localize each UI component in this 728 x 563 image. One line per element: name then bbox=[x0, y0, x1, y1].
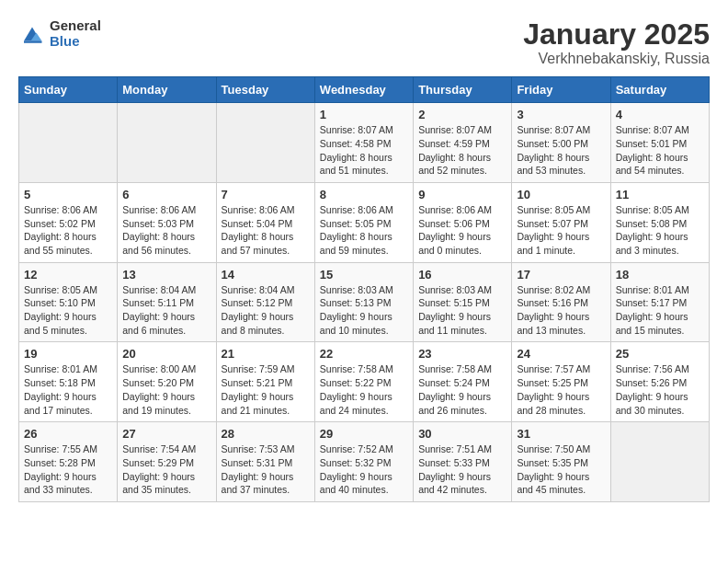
day-info: Sunrise: 7:53 AM Sunset: 5:31 PM Dayligh… bbox=[222, 442, 310, 497]
day-number: 5 bbox=[24, 188, 112, 201]
weekday-header: Monday bbox=[118, 77, 216, 103]
weekday-header: Saturday bbox=[610, 77, 709, 103]
day-number: 30 bbox=[418, 427, 506, 441]
calendar-cell: 8Sunrise: 8:06 AM Sunset: 5:05 PM Daylig… bbox=[314, 182, 413, 262]
calendar-cell bbox=[19, 103, 118, 183]
weekday-header: Sunday bbox=[19, 77, 118, 103]
day-number: 28 bbox=[222, 427, 310, 441]
day-number: 14 bbox=[222, 268, 310, 282]
calendar-cell: 18Sunrise: 8:01 AM Sunset: 5:17 PM Dayli… bbox=[610, 262, 709, 342]
day-number: 22 bbox=[320, 347, 408, 361]
calendar-cell bbox=[216, 103, 314, 183]
day-number: 13 bbox=[122, 268, 210, 282]
day-number: 17 bbox=[517, 268, 605, 282]
calendar-cell: 7Sunrise: 8:06 AM Sunset: 5:04 PM Daylig… bbox=[216, 182, 314, 262]
day-number: 31 bbox=[517, 427, 605, 441]
day-info: Sunrise: 7:58 AM Sunset: 5:22 PM Dayligh… bbox=[320, 362, 408, 417]
calendar-cell: 6Sunrise: 8:06 AM Sunset: 5:03 PM Daylig… bbox=[118, 182, 216, 262]
day-info: Sunrise: 7:52 AM Sunset: 5:32 PM Dayligh… bbox=[320, 442, 408, 497]
day-info: Sunrise: 8:04 AM Sunset: 5:11 PM Dayligh… bbox=[122, 283, 210, 338]
day-number: 2 bbox=[418, 108, 506, 121]
day-info: Sunrise: 8:06 AM Sunset: 5:04 PM Dayligh… bbox=[222, 203, 310, 258]
day-number: 15 bbox=[320, 268, 408, 282]
calendar-cell: 17Sunrise: 8:02 AM Sunset: 5:16 PM Dayli… bbox=[512, 262, 610, 342]
day-info: Sunrise: 8:05 AM Sunset: 5:08 PM Dayligh… bbox=[616, 203, 704, 258]
day-info: Sunrise: 7:58 AM Sunset: 5:24 PM Dayligh… bbox=[418, 362, 506, 417]
day-info: Sunrise: 8:05 AM Sunset: 5:07 PM Dayligh… bbox=[517, 203, 605, 258]
day-info: Sunrise: 8:06 AM Sunset: 5:03 PM Dayligh… bbox=[122, 203, 210, 258]
day-info: Sunrise: 8:01 AM Sunset: 5:17 PM Dayligh… bbox=[616, 283, 704, 338]
day-number: 11 bbox=[616, 188, 704, 201]
calendar-cell: 14Sunrise: 8:04 AM Sunset: 5:12 PM Dayli… bbox=[216, 262, 314, 342]
day-info: Sunrise: 8:06 AM Sunset: 5:02 PM Dayligh… bbox=[24, 203, 112, 258]
day-number: 25 bbox=[616, 347, 704, 361]
calendar-cell: 24Sunrise: 7:57 AM Sunset: 5:25 PM Dayli… bbox=[512, 342, 610, 422]
weekday-header: Wednesday bbox=[314, 77, 413, 103]
calendar-cell: 22Sunrise: 7:58 AM Sunset: 5:22 PM Dayli… bbox=[314, 342, 413, 422]
calendar-cell: 2Sunrise: 8:07 AM Sunset: 4:59 PM Daylig… bbox=[414, 103, 512, 183]
day-number: 6 bbox=[122, 188, 210, 201]
day-info: Sunrise: 8:04 AM Sunset: 5:12 PM Dayligh… bbox=[222, 283, 310, 338]
calendar-cell: 31Sunrise: 7:50 AM Sunset: 5:35 PM Dayli… bbox=[512, 422, 610, 502]
calendar-cell: 26Sunrise: 7:55 AM Sunset: 5:28 PM Dayli… bbox=[19, 422, 118, 502]
day-info: Sunrise: 8:06 AM Sunset: 5:06 PM Dayligh… bbox=[418, 203, 506, 258]
calendar-table: SundayMondayTuesdayWednesdayThursdayFrid… bbox=[18, 76, 710, 502]
calendar-cell bbox=[610, 422, 709, 502]
calendar-cell: 12Sunrise: 8:05 AM Sunset: 5:10 PM Dayli… bbox=[19, 262, 118, 342]
calendar-cell: 30Sunrise: 7:51 AM Sunset: 5:33 PM Dayli… bbox=[414, 422, 512, 502]
calendar-cell: 16Sunrise: 8:03 AM Sunset: 5:15 PM Dayli… bbox=[414, 262, 512, 342]
day-number: 3 bbox=[517, 108, 605, 121]
day-number: 12 bbox=[24, 268, 112, 282]
calendar-cell: 4Sunrise: 8:07 AM Sunset: 5:01 PM Daylig… bbox=[610, 103, 709, 183]
day-number: 16 bbox=[418, 268, 506, 282]
calendar-cell: 5Sunrise: 8:06 AM Sunset: 5:02 PM Daylig… bbox=[19, 182, 118, 262]
day-number: 26 bbox=[24, 427, 112, 441]
day-info: Sunrise: 8:03 AM Sunset: 5:15 PM Dayligh… bbox=[418, 283, 506, 338]
day-info: Sunrise: 7:50 AM Sunset: 5:35 PM Dayligh… bbox=[517, 442, 605, 497]
day-info: Sunrise: 8:07 AM Sunset: 4:58 PM Dayligh… bbox=[320, 123, 408, 178]
calendar-cell: 23Sunrise: 7:58 AM Sunset: 5:24 PM Dayli… bbox=[414, 342, 512, 422]
day-info: Sunrise: 8:02 AM Sunset: 5:16 PM Dayligh… bbox=[517, 283, 605, 338]
logo-text: General Blue bbox=[50, 18, 101, 49]
day-number: 18 bbox=[616, 268, 704, 282]
calendar-cell: 25Sunrise: 7:56 AM Sunset: 5:26 PM Dayli… bbox=[610, 342, 709, 422]
day-number: 21 bbox=[222, 347, 310, 361]
day-number: 20 bbox=[122, 347, 210, 361]
calendar-cell: 29Sunrise: 7:52 AM Sunset: 5:32 PM Dayli… bbox=[314, 422, 413, 502]
day-number: 4 bbox=[616, 108, 704, 121]
calendar-cell: 3Sunrise: 8:07 AM Sunset: 5:00 PM Daylig… bbox=[512, 103, 610, 183]
logo: General Blue bbox=[18, 18, 101, 49]
weekday-header: Thursday bbox=[414, 77, 512, 103]
day-info: Sunrise: 8:06 AM Sunset: 5:05 PM Dayligh… bbox=[320, 203, 408, 258]
day-number: 27 bbox=[122, 427, 210, 441]
calendar-cell: 15Sunrise: 8:03 AM Sunset: 5:13 PM Dayli… bbox=[314, 262, 413, 342]
day-info: Sunrise: 7:54 AM Sunset: 5:29 PM Dayligh… bbox=[122, 442, 210, 497]
calendar-cell: 1Sunrise: 8:07 AM Sunset: 4:58 PM Daylig… bbox=[314, 103, 413, 183]
title-block: January 2025 Verkhnebakanskiy, Russia bbox=[523, 18, 710, 67]
page-header: General Blue January 2025 Verkhnebakansk… bbox=[18, 18, 710, 67]
day-number: 7 bbox=[222, 188, 310, 201]
calendar-cell: 21Sunrise: 7:59 AM Sunset: 5:21 PM Dayli… bbox=[216, 342, 314, 422]
day-info: Sunrise: 7:56 AM Sunset: 5:26 PM Dayligh… bbox=[616, 362, 704, 417]
day-info: Sunrise: 8:05 AM Sunset: 5:10 PM Dayligh… bbox=[24, 283, 112, 338]
page-title: January 2025 bbox=[523, 18, 710, 51]
calendar-cell: 20Sunrise: 8:00 AM Sunset: 5:20 PM Dayli… bbox=[118, 342, 216, 422]
day-number: 8 bbox=[320, 188, 408, 201]
day-number: 23 bbox=[418, 347, 506, 361]
day-number: 24 bbox=[517, 347, 605, 361]
day-info: Sunrise: 8:01 AM Sunset: 5:18 PM Dayligh… bbox=[24, 362, 112, 417]
page-subtitle: Verkhnebakanskiy, Russia bbox=[523, 51, 710, 67]
day-number: 29 bbox=[320, 427, 408, 441]
day-info: Sunrise: 8:03 AM Sunset: 5:13 PM Dayligh… bbox=[320, 283, 408, 338]
day-info: Sunrise: 7:51 AM Sunset: 5:33 PM Dayligh… bbox=[418, 442, 506, 497]
calendar-cell: 27Sunrise: 7:54 AM Sunset: 5:29 PM Dayli… bbox=[118, 422, 216, 502]
logo-icon bbox=[18, 20, 46, 48]
day-info: Sunrise: 8:07 AM Sunset: 4:59 PM Dayligh… bbox=[418, 123, 506, 178]
day-info: Sunrise: 7:55 AM Sunset: 5:28 PM Dayligh… bbox=[24, 442, 112, 497]
calendar-cell: 13Sunrise: 8:04 AM Sunset: 5:11 PM Dayli… bbox=[118, 262, 216, 342]
svg-rect-2 bbox=[24, 40, 42, 42]
weekday-header: Friday bbox=[512, 77, 610, 103]
day-info: Sunrise: 7:57 AM Sunset: 5:25 PM Dayligh… bbox=[517, 362, 605, 417]
day-info: Sunrise: 8:00 AM Sunset: 5:20 PM Dayligh… bbox=[122, 362, 210, 417]
day-number: 9 bbox=[418, 188, 506, 201]
